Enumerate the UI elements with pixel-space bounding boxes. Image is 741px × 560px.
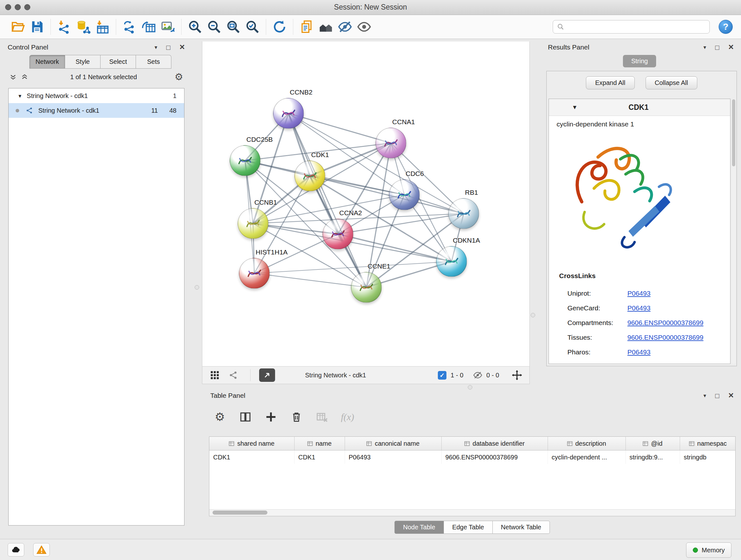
crosslink-compartments-link[interactable]: 9606.ENSP00000378699 [627,319,703,327]
cloud-status-button[interactable] [8,543,24,557]
open-in-new-window-button[interactable] [259,368,275,382]
warning-icon[interactable] [33,543,50,557]
network-node-ccnb1[interactable] [238,208,268,239]
network-node-ccnb2[interactable] [273,98,304,129]
import-table-file-icon[interactable] [93,17,112,37]
tab-sets[interactable]: Sets [136,55,172,69]
cell-shared-name[interactable]: CDK1 [209,450,294,464]
network-selection-status: 1 of 1 Network selected [32,73,175,81]
tab-network[interactable]: Network [29,55,65,69]
selected-checkbox-icon[interactable]: ✓ [438,371,447,380]
delete-table-icon [315,410,329,424]
show-details-eye-icon[interactable] [354,17,374,37]
tab-node-table[interactable]: Node Table [394,521,444,534]
network-node-cdc25b[interactable] [230,145,260,176]
expand-all-button[interactable]: Expand All [586,76,635,89]
panel-close-icon[interactable]: ✕ [728,44,734,51]
show-columns-icon[interactable] [239,410,253,424]
help-button[interactable]: ? [719,20,733,34]
panel-menu-caret-icon[interactable]: ▾ [154,45,157,50]
network-collection-row[interactable]: ▼ String Network - cdk1 1 [9,88,184,103]
results-tab-string[interactable]: String [623,55,656,67]
crosslink-tissues-link[interactable]: 9606.ENSP00000378699 [627,334,703,341]
hide-details-icon[interactable] [335,17,354,37]
panel-float-icon[interactable]: □ [715,392,719,399]
zoom-fit-icon[interactable] [224,17,243,37]
network-canvas[interactable]: CCNB2CCNA1CDC25BCDK1CDC6RB1CCNB1CCNA2CDK… [202,42,530,366]
import-network-database-icon[interactable] [74,17,93,37]
collapse-all-button[interactable]: Collapse All [646,76,697,89]
network-node-rb1[interactable] [448,198,479,229]
cell-name[interactable]: CDK1 [294,450,345,464]
search-input[interactable] [567,23,705,31]
section-collapse-caret-icon[interactable]: ▼ [572,104,578,111]
network-share-icon[interactable] [228,367,238,384]
gene-section-header[interactable]: ▼ CDK1 [549,99,730,116]
column-header-canonical-name[interactable]: canonical name [345,437,441,450]
panel-menu-caret-icon[interactable]: ▾ [703,45,706,50]
network-node-ccna2[interactable] [323,219,353,249]
network-node-cdkn1a[interactable] [436,246,467,277]
column-header-name[interactable]: name [294,437,345,450]
column-header-database-identifier[interactable]: database identifier [441,437,548,450]
panel-float-icon[interactable]: □ [166,44,171,51]
tab-network-table[interactable]: Network Table [493,521,550,534]
export-image-icon[interactable] [158,17,178,37]
network-node-cdc6[interactable] [389,179,420,210]
tab-select[interactable]: Select [100,55,136,69]
panel-float-icon[interactable]: □ [715,44,719,51]
table-settings-gear-icon[interactable]: ⚙ [213,410,227,424]
column-header-description[interactable]: description [548,437,625,450]
table-row[interactable]: CDK1 CDK1 P06493 9606.ENSP00000378699 cy… [209,450,736,464]
panel-close-icon[interactable]: ✕ [179,44,185,51]
splitter-handle[interactable] [468,385,472,389]
toolbar-separator [116,19,116,35]
birdseye-grid-icon[interactable] [210,367,219,384]
crosslink-genecard-link[interactable]: P06493 [627,304,650,312]
zoom-in-icon[interactable] [185,17,205,37]
network-row-selected[interactable]: String Network - cdk1 11 48 [9,103,184,118]
zoom-selected-icon[interactable] [243,17,262,37]
table-horizontal-scrollbar[interactable] [209,509,735,516]
tree-expand-caret-icon[interactable]: ▼ [17,93,22,99]
search-field[interactable] [553,20,710,34]
column-header-shared-name[interactable]: shared name [209,437,294,450]
refresh-icon[interactable] [270,17,289,37]
crosslink-pharos-link[interactable]: P06493 [627,348,650,356]
panel-menu-caret-icon[interactable]: ▾ [703,393,706,398]
tab-style[interactable]: Style [65,55,100,69]
expand-all-networks-icon[interactable] [10,73,17,80]
copy-document-icon[interactable] [297,17,316,37]
column-header-id[interactable]: @id [625,437,680,450]
network-options-gear-icon[interactable]: ⚙ [175,72,183,82]
cell-namespace[interactable]: stringdb [680,450,736,464]
results-scrollbar[interactable] [732,99,736,364]
splitter-handle[interactable] [531,313,535,317]
cell-canonical-name[interactable]: P06493 [345,450,441,464]
collapse-all-networks-icon[interactable] [21,73,28,80]
cell-id[interactable]: stringdb:9... [625,450,680,464]
save-session-icon[interactable] [27,17,47,37]
pan-move-icon[interactable] [511,367,523,384]
zoom-out-icon[interactable] [205,17,224,37]
network-table-icon[interactable] [139,17,158,37]
panel-close-icon[interactable]: ✕ [728,392,734,399]
delete-column-trash-icon[interactable] [289,410,304,424]
open-session-icon[interactable] [8,17,27,37]
home-panels-icon[interactable] [316,17,335,37]
network-node-cdk1[interactable] [294,161,325,191]
crosslink-uniprot-link[interactable]: P06493 [627,290,650,297]
column-header-namespace[interactable]: namespac [680,437,736,450]
import-network-file-icon[interactable] [55,17,74,37]
network-node-ccne1[interactable] [351,272,382,303]
hidden-eye-icon[interactable] [473,367,482,384]
cell-description[interactable]: cyclin-dependent ... [548,450,625,464]
splitter-handle[interactable] [195,285,199,290]
clone-network-icon[interactable] [120,17,139,37]
memory-button[interactable]: Memory [686,543,731,558]
network-node-hist1h1a[interactable] [239,258,270,289]
cell-database-identifier[interactable]: 9606.ENSP00000378699 [441,450,548,464]
tab-edge-table[interactable]: Edge Table [444,521,493,534]
add-column-icon[interactable] [264,410,278,424]
network-node-ccna1[interactable] [376,128,406,159]
